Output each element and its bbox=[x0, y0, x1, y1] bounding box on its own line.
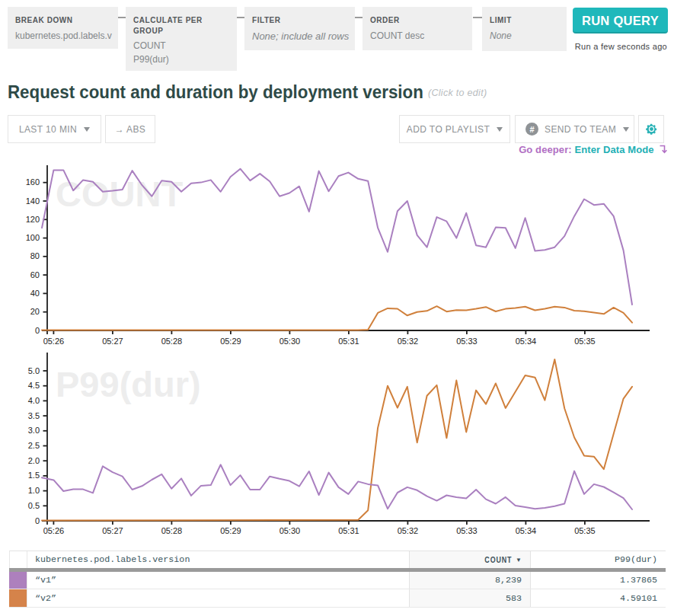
svg-text:05:35: 05:35 bbox=[574, 337, 596, 346]
svg-text:60: 60 bbox=[30, 270, 40, 279]
svg-text:140: 140 bbox=[26, 196, 40, 206]
svg-text:05:28: 05:28 bbox=[161, 526, 183, 535]
svg-text:4.0: 4.0 bbox=[28, 396, 40, 405]
svg-text:COUNT: COUNT bbox=[56, 174, 183, 214]
svg-text:0: 0 bbox=[35, 326, 40, 335]
svg-text:5.0: 5.0 bbox=[28, 366, 40, 375]
svg-text:40: 40 bbox=[30, 289, 40, 298]
svg-text:2.0: 2.0 bbox=[28, 456, 40, 465]
svg-text:3.5: 3.5 bbox=[28, 411, 40, 420]
svg-text:120: 120 bbox=[26, 215, 40, 224]
svg-text:05:35: 05:35 bbox=[574, 526, 596, 535]
svg-text:20: 20 bbox=[30, 307, 40, 316]
svg-text:2.5: 2.5 bbox=[28, 441, 40, 450]
svg-text:05:32: 05:32 bbox=[398, 526, 419, 535]
svg-text:4.5: 4.5 bbox=[28, 381, 40, 390]
svg-text:3.0: 3.0 bbox=[28, 426, 40, 435]
svg-text:05:34: 05:34 bbox=[516, 526, 537, 535]
svg-text:05:30: 05:30 bbox=[280, 526, 301, 535]
svg-text:P99(dur): P99(dur) bbox=[56, 364, 201, 404]
svg-text:05:28: 05:28 bbox=[161, 337, 183, 346]
svg-text:05:27: 05:27 bbox=[102, 337, 123, 346]
svg-text:05:29: 05:29 bbox=[220, 337, 241, 346]
svg-text:100: 100 bbox=[26, 233, 40, 242]
svg-text:05:27: 05:27 bbox=[102, 526, 123, 535]
svg-text:05:26: 05:26 bbox=[43, 337, 65, 346]
svg-text:05:33: 05:33 bbox=[456, 526, 478, 535]
svg-text:80: 80 bbox=[30, 251, 40, 260]
svg-text:160: 160 bbox=[26, 177, 40, 187]
svg-text:0: 0 bbox=[35, 516, 40, 525]
svg-text:1.5: 1.5 bbox=[28, 471, 40, 480]
svg-text:05:34: 05:34 bbox=[516, 337, 537, 346]
svg-text:05:30: 05:30 bbox=[280, 337, 301, 346]
svg-text:05:29: 05:29 bbox=[220, 526, 241, 535]
svg-text:05:26: 05:26 bbox=[43, 526, 65, 535]
svg-text:05:31: 05:31 bbox=[338, 337, 359, 346]
svg-text:05:32: 05:32 bbox=[398, 337, 419, 346]
svg-text:1.0: 1.0 bbox=[28, 486, 40, 495]
svg-text:05:31: 05:31 bbox=[338, 526, 359, 535]
svg-text:05:33: 05:33 bbox=[456, 337, 478, 346]
svg-text:0.5: 0.5 bbox=[28, 501, 40, 510]
